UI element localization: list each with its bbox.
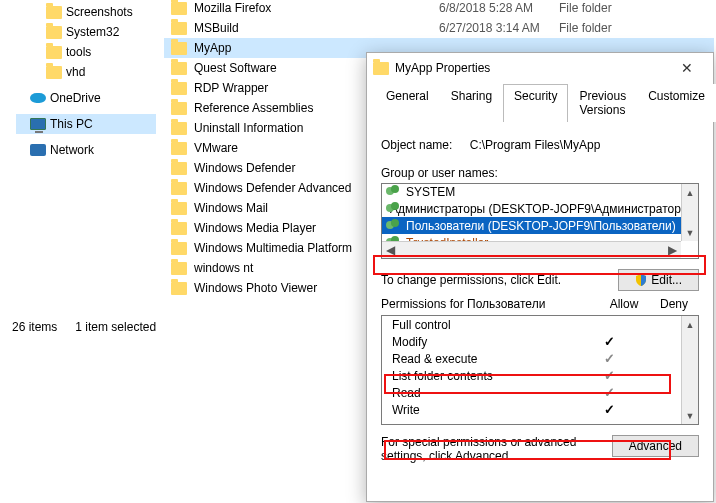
permission-allow: ✓ — [585, 402, 633, 417]
tree-item-network[interactable]: Network — [16, 140, 156, 160]
permission-name: Write — [392, 403, 585, 417]
object-name-label: Object name: — [381, 138, 452, 152]
allow-header: Allow — [599, 297, 649, 311]
permission-allow: ✓ — [585, 368, 633, 383]
edit-button-label: Edit... — [651, 273, 682, 287]
tree-item-label: System32 — [66, 25, 156, 39]
tree-item[interactable]: System32 — [16, 22, 156, 42]
tab-previous-versions[interactable]: Previous Versions — [568, 84, 637, 122]
permissions-header: Permissions for Пользователи Allow Deny — [381, 297, 699, 311]
status-selected: 1 item selected — [75, 320, 156, 334]
file-name: MSBuild — [194, 21, 439, 35]
folder-icon — [171, 142, 187, 155]
users-icon — [386, 219, 402, 233]
folder-icon — [171, 242, 187, 255]
permission-name: List folder contents — [392, 369, 585, 383]
folder-icon — [171, 102, 187, 115]
permission-row: Read & execute✓ — [382, 350, 681, 367]
group-name: Администраторы (DESKTOP-JOPF9\Администра… — [390, 202, 681, 216]
list-row[interactable]: MSBuild6/27/2018 3:14 AMFile folder — [164, 18, 714, 38]
file-name: Mozilla Firefox — [194, 1, 439, 15]
folder-icon — [46, 26, 62, 39]
onedrive-icon — [30, 93, 46, 103]
group-item[interactable]: Администраторы (DESKTOP-JOPF9\Администра… — [382, 200, 681, 217]
group-name: SYSTEM — [406, 185, 455, 199]
group-item[interactable]: SYSTEM — [382, 183, 681, 200]
status-count: 26 items — [12, 320, 57, 334]
advanced-button[interactable]: Advanced — [612, 435, 699, 457]
tree-item[interactable]: Screenshots — [16, 2, 156, 22]
change-hint: To change permissions, click Edit. — [381, 273, 561, 287]
tree-item[interactable]: tools — [16, 42, 156, 62]
users-icon — [386, 185, 402, 199]
tabs: General Sharing Security Previous Versio… — [375, 83, 705, 122]
permission-row: List folder contents✓ — [382, 367, 681, 384]
tree-item-onedrive[interactable]: OneDrive — [16, 88, 156, 108]
scroll-down-icon[interactable]: ▼ — [682, 407, 698, 424]
nav-tree: Screenshots System32 tools vhd OneDrive … — [0, 0, 160, 335]
tree-item-label: vhd — [66, 65, 156, 79]
scroll-up-icon[interactable]: ▲ — [682, 184, 698, 201]
folder-icon — [171, 2, 187, 15]
edit-button[interactable]: Edit... — [618, 269, 699, 291]
permission-name: Full control — [392, 318, 585, 332]
file-type: File folder — [559, 1, 659, 15]
vertical-scrollbar[interactable]: ▲▼ — [681, 184, 698, 241]
permission-row: Write✓ — [382, 401, 681, 418]
folder-icon — [46, 46, 62, 59]
folder-icon — [373, 62, 389, 75]
scroll-left-icon[interactable]: ◀ — [386, 243, 395, 257]
special-permissions-hint: For special permissions or advanced sett… — [381, 435, 612, 463]
tab-security[interactable]: Security — [503, 84, 568, 122]
vertical-scrollbar[interactable]: ▲▼ — [681, 316, 698, 424]
permission-allow: ✓ — [585, 334, 633, 349]
tab-general[interactable]: General — [375, 84, 440, 122]
tab-sharing[interactable]: Sharing — [440, 84, 503, 122]
permissions-listbox[interactable]: Full controlModify✓Read & execute✓List f… — [381, 315, 699, 425]
groups-listbox[interactable]: SYSTEM Администраторы (DESKTOP-JOPF9\Адм… — [381, 183, 699, 259]
folder-icon — [171, 162, 187, 175]
permission-name: Read — [392, 386, 585, 400]
folder-icon — [46, 66, 62, 79]
group-item-selected[interactable]: Пользователи (DESKTOP-JOPF9\Пользователи… — [382, 217, 681, 234]
thispc-icon — [30, 118, 46, 130]
folder-icon — [171, 122, 187, 135]
object-name-row: Object name: C:\Program Files\MyApp — [381, 138, 699, 152]
deny-header: Deny — [649, 297, 699, 311]
tree-item-label: OneDrive — [50, 91, 156, 105]
folder-icon — [171, 82, 187, 95]
titlebar[interactable]: MyApp Properties ✕ — [367, 53, 713, 83]
group-name: Пользователи (DESKTOP-JOPF9\Пользователи… — [406, 219, 676, 233]
tree-item[interactable]: vhd — [16, 62, 156, 82]
permission-row: Read✓ — [382, 384, 681, 401]
close-button[interactable]: ✕ — [667, 54, 707, 82]
scroll-down-icon[interactable]: ▼ — [682, 224, 698, 241]
folder-icon — [171, 262, 187, 275]
horizontal-scrollbar[interactable]: ◀▶ — [382, 241, 681, 258]
file-type: File folder — [559, 21, 659, 35]
tree-item-label: Network — [50, 143, 156, 157]
permission-name: Read & execute — [392, 352, 585, 366]
folder-icon — [171, 62, 187, 75]
list-row[interactable]: Mozilla Firefox6/8/2018 5:28 AMFile fold… — [164, 0, 714, 18]
folder-icon — [171, 222, 187, 235]
tree-item-thispc[interactable]: This PC — [16, 114, 156, 134]
groups-label: Group or user names: — [381, 166, 699, 180]
tree-item-label: This PC — [50, 117, 156, 131]
folder-icon — [171, 22, 187, 35]
scroll-right-icon[interactable]: ▶ — [668, 243, 677, 257]
tree-item-label: tools — [66, 45, 156, 59]
permissions-label: Permissions for Пользователи — [381, 297, 599, 311]
file-date: 6/27/2018 3:14 AM — [439, 21, 559, 35]
scroll-up-icon[interactable]: ▲ — [682, 316, 698, 333]
dialog-title: MyApp Properties — [395, 61, 667, 75]
permission-row: Full control — [382, 316, 681, 333]
file-date: 6/8/2018 5:28 AM — [439, 1, 559, 15]
advanced-button-label: Advanced — [629, 439, 682, 453]
shield-icon — [635, 274, 647, 286]
tree-item-label: Screenshots — [66, 5, 156, 19]
permission-allow: ✓ — [585, 351, 633, 366]
tab-customize[interactable]: Customize — [637, 84, 716, 122]
permission-allow: ✓ — [585, 385, 633, 400]
object-name-value: C:\Program Files\MyApp — [470, 138, 601, 152]
